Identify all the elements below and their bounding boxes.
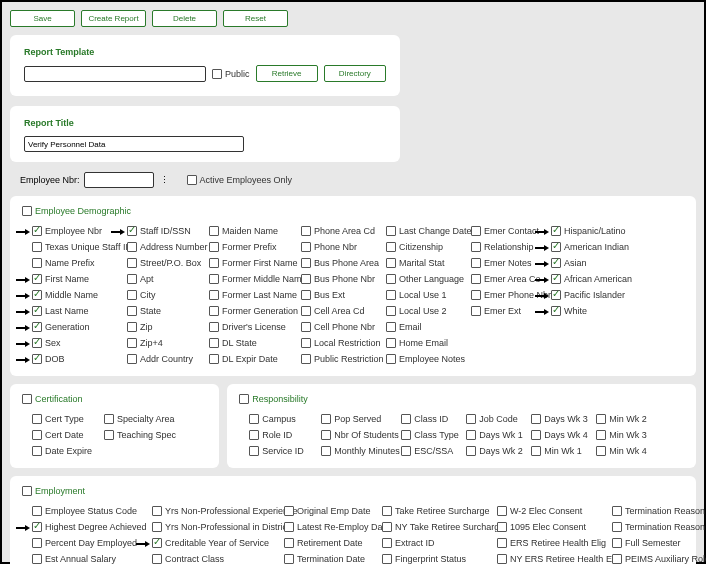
demo-american-indian[interactable]: American Indian bbox=[551, 242, 629, 252]
report-title-input[interactable] bbox=[24, 136, 244, 152]
demo-other-language[interactable]: Other Language bbox=[386, 274, 464, 284]
demo-citizenship-checkbox[interactable] bbox=[386, 242, 396, 252]
emp-ny-ers-retiree-health-elig-checkbox[interactable] bbox=[497, 554, 507, 564]
demo-name-prefix-checkbox[interactable] bbox=[32, 258, 42, 268]
demo-phone-area-cd-checkbox[interactable] bbox=[301, 226, 311, 236]
resp-days-wk-3[interactable]: Days Wk 3 bbox=[531, 414, 588, 424]
emp-yrs-non-professional-in-district[interactable]: Yrs Non-Professional in District bbox=[152, 522, 290, 532]
demo-state-checkbox[interactable] bbox=[127, 306, 137, 316]
resp-min-wk-3-checkbox[interactable] bbox=[596, 430, 606, 440]
emp-w-2-elec-consent[interactable]: W-2 Elec Consent bbox=[497, 506, 582, 516]
active-only-checkbox[interactable] bbox=[187, 175, 197, 185]
demo-addr-country-checkbox[interactable] bbox=[127, 354, 137, 364]
emp-est-annual-salary-checkbox[interactable] bbox=[32, 554, 42, 564]
demo-texas-unique-staff-id-checkbox[interactable] bbox=[32, 242, 42, 252]
resp-class-id[interactable]: Class ID bbox=[401, 414, 448, 424]
demo-former-prefix-checkbox[interactable] bbox=[209, 242, 219, 252]
demo-citizenship[interactable]: Citizenship bbox=[386, 242, 443, 252]
emp-take-retiree-surcharge-checkbox[interactable] bbox=[382, 506, 392, 516]
emp-take-retiree-surcharge[interactable]: Take Retiree Surcharge bbox=[382, 506, 490, 516]
emp-yrs-non-professional-in-district-checkbox[interactable] bbox=[152, 522, 162, 532]
demo-local-use-1[interactable]: Local Use 1 bbox=[386, 290, 447, 300]
demo-zip[interactable]: Zip bbox=[127, 322, 153, 332]
cert-cert-date-checkbox[interactable] bbox=[32, 430, 42, 440]
resp-min-wk-1-checkbox[interactable] bbox=[531, 446, 541, 456]
resp-min-wk-4-checkbox[interactable] bbox=[596, 446, 606, 456]
emp-full-semester-checkbox[interactable] bbox=[612, 538, 622, 548]
resp-job-code[interactable]: Job Code bbox=[466, 414, 518, 424]
demo-apt[interactable]: Apt bbox=[127, 274, 154, 284]
demo-last-name-checkbox[interactable] bbox=[32, 306, 42, 316]
emp-contract-class-checkbox[interactable] bbox=[152, 554, 162, 564]
demo-apt-checkbox[interactable] bbox=[127, 274, 137, 284]
employee-picker-icon[interactable]: ⋮ bbox=[160, 175, 169, 185]
emp-termination-reason[interactable]: Termination Reason bbox=[612, 506, 705, 516]
demo-african-american[interactable]: African American bbox=[551, 274, 632, 284]
emp-creditable-year-of-service-checkbox[interactable] bbox=[152, 538, 162, 548]
employment-title[interactable]: Employment bbox=[22, 486, 85, 496]
resp-days-wk-4[interactable]: Days Wk 4 bbox=[531, 430, 588, 440]
emp-employee-status-code[interactable]: Employee Status Code bbox=[32, 506, 137, 516]
resp-job-code-checkbox[interactable] bbox=[466, 414, 476, 424]
demo-phone-nbr-checkbox[interactable] bbox=[301, 242, 311, 252]
demo-last-name[interactable]: Last Name bbox=[32, 306, 89, 316]
demo-bus-ext-checkbox[interactable] bbox=[301, 290, 311, 300]
resp-class-id-checkbox[interactable] bbox=[401, 414, 411, 424]
resp-min-wk-1[interactable]: Min Wk 1 bbox=[531, 446, 582, 456]
demo-cell-phone-nbr[interactable]: Cell Phone Nbr bbox=[301, 322, 375, 332]
cert-cert-date[interactable]: Cert Date bbox=[32, 430, 84, 440]
emp-termination-reason-descr-checkbox[interactable] bbox=[612, 522, 622, 532]
demo-dl-state[interactable]: DL State bbox=[209, 338, 257, 348]
certification-title[interactable]: Certification bbox=[22, 394, 83, 404]
demo-former-first-name[interactable]: Former First Name bbox=[209, 258, 298, 268]
resp-campus-checkbox[interactable] bbox=[249, 414, 259, 424]
emp-yrs-non-professional-experience[interactable]: Yrs Non-Professional Experience bbox=[152, 506, 298, 516]
demo-white[interactable]: White bbox=[551, 306, 587, 316]
emp-percent-day-employed[interactable]: Percent Day Employed bbox=[32, 538, 137, 548]
resp-class-type-checkbox[interactable] bbox=[401, 430, 411, 440]
demo-former-first-name-checkbox[interactable] bbox=[209, 258, 219, 268]
demo-relationship-checkbox[interactable] bbox=[471, 242, 481, 252]
public-checkbox[interactable] bbox=[212, 69, 222, 79]
cert-date-expire-checkbox[interactable] bbox=[32, 446, 42, 456]
resp-min-wk-4[interactable]: Min Wk 4 bbox=[596, 446, 647, 456]
demo-email[interactable]: Email bbox=[386, 322, 422, 332]
demo-zip-4[interactable]: Zip+4 bbox=[127, 338, 163, 348]
demo-middle-name-checkbox[interactable] bbox=[32, 290, 42, 300]
employee-nbr-input[interactable] bbox=[84, 172, 154, 188]
demo-asian-checkbox[interactable] bbox=[551, 258, 561, 268]
resp-days-wk-4-checkbox[interactable] bbox=[531, 430, 541, 440]
emp-retirement-date-checkbox[interactable] bbox=[284, 538, 294, 548]
demo-home-email[interactable]: Home Email bbox=[386, 338, 448, 348]
emp-employee-status-code-checkbox[interactable] bbox=[32, 506, 42, 516]
emp-original-emp-date-checkbox[interactable] bbox=[284, 506, 294, 516]
demo-other-language-checkbox[interactable] bbox=[386, 274, 396, 284]
demo-dl-state-checkbox[interactable] bbox=[209, 338, 219, 348]
demo-pacific-islander-checkbox[interactable] bbox=[551, 290, 561, 300]
resp-days-wk-1-checkbox[interactable] bbox=[466, 430, 476, 440]
demo-bus-phone-area[interactable]: Bus Phone Area bbox=[301, 258, 379, 268]
demo-addr-country[interactable]: Addr Country bbox=[127, 354, 193, 364]
demo-dob[interactable]: DOB bbox=[32, 354, 65, 364]
resp-class-type[interactable]: Class Type bbox=[401, 430, 458, 440]
emp-1095-elec-consent[interactable]: 1095 Elec Consent bbox=[497, 522, 586, 532]
emp-fingerprint-status-checkbox[interactable] bbox=[382, 554, 392, 564]
employee-demographic-checkbox[interactable] bbox=[22, 206, 32, 216]
demo-bus-phone-area-checkbox[interactable] bbox=[301, 258, 311, 268]
demo-emer-ext[interactable]: Emer Ext bbox=[471, 306, 521, 316]
active-only-label[interactable]: Active Employees Only bbox=[187, 175, 293, 185]
demo-street-p-o-box-checkbox[interactable] bbox=[127, 258, 137, 268]
demo-emer-notes-checkbox[interactable] bbox=[471, 258, 481, 268]
reset-button[interactable]: Reset bbox=[223, 10, 288, 27]
demo-first-name[interactable]: First Name bbox=[32, 274, 89, 284]
demo-former-middle-name[interactable]: Former Middle Name bbox=[209, 274, 307, 284]
demo-local-restriction-checkbox[interactable] bbox=[301, 338, 311, 348]
demo-emer-notes[interactable]: Emer Notes bbox=[471, 258, 532, 268]
demo-employee-notes[interactable]: Employee Notes bbox=[386, 354, 465, 364]
emp-1095-elec-consent-checkbox[interactable] bbox=[497, 522, 507, 532]
demo-bus-phone-nbr-checkbox[interactable] bbox=[301, 274, 311, 284]
demo-cell-area-cd-checkbox[interactable] bbox=[301, 306, 311, 316]
emp-creditable-year-of-service[interactable]: Creditable Year of Service bbox=[152, 538, 269, 548]
retrieve-button[interactable]: Retrieve bbox=[256, 65, 318, 82]
emp-original-emp-date[interactable]: Original Emp Date bbox=[284, 506, 371, 516]
